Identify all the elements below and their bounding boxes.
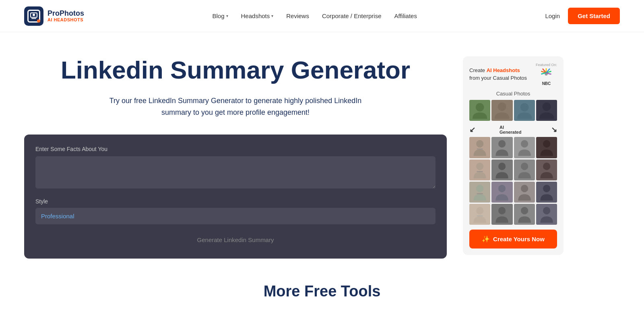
- logo-svg: [30, 12, 37, 20]
- ad-text-pre: Create: [469, 67, 487, 73]
- ad-header-text: Create AI Headshots from your Casual Pho…: [469, 67, 527, 81]
- svg-point-25: [498, 207, 506, 214]
- logo[interactable]: ProPhotos AI HEADSHOTS: [24, 6, 84, 26]
- casual-photo-1: [469, 100, 490, 121]
- logo-icon: [24, 6, 43, 26]
- ad-highlight: AI Headshots: [487, 67, 520, 73]
- header: ProPhotos AI HEADSHOTS Blog ▾ Headshots …: [0, 0, 644, 32]
- ai-photo-5: [469, 159, 490, 180]
- svg-rect-9: [477, 149, 483, 150]
- nav: Blog ▾ Headshots ▾ Reviews Corporate / E…: [213, 12, 417, 19]
- svg-point-8: [476, 140, 483, 147]
- nav-affiliates[interactable]: Affiliates: [394, 12, 417, 19]
- ai-person-16: [536, 204, 557, 225]
- casual-photos-grid: [469, 100, 557, 121]
- ai-person-13: [469, 204, 490, 225]
- svg-rect-14: [477, 171, 483, 172]
- svg-point-22: [543, 185, 550, 192]
- ai-person-11: [514, 182, 535, 203]
- nbc-logo: [539, 67, 553, 81]
- svg-point-27: [543, 207, 550, 214]
- ai-photo-4: [536, 137, 557, 158]
- right-sidebar: Create AI Headshots from your Casual Pho…: [463, 56, 564, 259]
- svg-point-23: [476, 207, 483, 214]
- style-input[interactable]: [35, 208, 436, 224]
- person-silhouette: [514, 100, 535, 121]
- ai-arrow-row: ↙ AI Generated ↘: [469, 125, 557, 135]
- ai-person-15: [514, 204, 535, 225]
- facts-label: Enter Some Facts About You: [35, 146, 436, 152]
- ai-person-1: [469, 137, 490, 158]
- ai-photo-9: [469, 182, 490, 203]
- ai-photo-13: [469, 204, 490, 225]
- svg-point-1: [33, 14, 35, 16]
- person-silhouette: [536, 100, 557, 121]
- ai-person-6: [491, 159, 512, 180]
- left-content: Linkedin Summary Generator Try our free …: [24, 56, 447, 259]
- ai-photo-15: [514, 204, 535, 225]
- page-title: Linkedin Summary Generator: [24, 56, 447, 84]
- wand-icon: ✨: [482, 235, 490, 243]
- ai-photo-7: [514, 159, 535, 180]
- nav-blog[interactable]: Blog ▾: [213, 12, 228, 19]
- svg-rect-2: [31, 18, 36, 19]
- svg-point-26: [520, 207, 528, 214]
- ai-photo-6: [491, 159, 512, 180]
- nav-headshots[interactable]: Headshots ▾: [241, 12, 274, 19]
- logo-text: ProPhotos AI HEADSHOTS: [47, 10, 84, 23]
- ad-header: Create AI Headshots from your Casual Pho…: [469, 63, 557, 86]
- svg-point-20: [498, 185, 506, 192]
- featured-label: Featured On:: [536, 63, 557, 67]
- ai-photos-grid: [469, 137, 557, 225]
- nav-reviews[interactable]: Reviews: [286, 12, 309, 19]
- casual-photo-3: [514, 100, 535, 121]
- svg-rect-24: [477, 215, 483, 217]
- ai-person-3: [514, 137, 535, 158]
- form-card: Enter Some Facts About You Style Generat…: [24, 135, 447, 259]
- ai-person-8: [536, 159, 557, 180]
- ai-photo-2: [491, 137, 512, 158]
- ai-person-10: [491, 182, 512, 203]
- chevron-down-icon: ▾: [226, 14, 228, 18]
- facts-textarea[interactable]: [35, 156, 436, 188]
- svg-point-12: [543, 140, 550, 147]
- svg-point-13: [476, 162, 483, 170]
- page-description: Try our free LinkedIn Summary Generator …: [24, 95, 447, 118]
- svg-rect-19: [477, 193, 483, 194]
- logo-name: ProPhotos: [47, 10, 84, 18]
- login-button[interactable]: Login: [545, 12, 560, 19]
- nbc-text: NBC: [542, 81, 551, 86]
- ai-person-14: [491, 204, 512, 225]
- casual-photos-label: Casual Photos: [469, 91, 557, 97]
- create-btn-label: Create Yours Now: [493, 236, 545, 242]
- get-started-button[interactable]: Get Started: [568, 8, 620, 24]
- ai-person-7: [514, 159, 535, 180]
- ai-person-4: [536, 137, 557, 158]
- style-label: Style: [35, 198, 436, 205]
- arrow-left: ↙: [469, 125, 475, 134]
- more-tools-section: More Free Tools: [0, 275, 644, 300]
- more-tools-title: More Free Tools: [24, 283, 620, 300]
- ai-photo-11: [514, 182, 535, 203]
- create-yours-button[interactable]: ✨ Create Yours Now: [469, 230, 557, 249]
- ai-photo-14: [491, 204, 512, 225]
- logo-dot: [37, 19, 40, 23]
- ai-photo-16: [536, 204, 557, 225]
- logo-sub: AI HEADSHOTS: [47, 17, 84, 22]
- ai-person-2: [491, 137, 512, 158]
- casual-photo-4: [536, 100, 557, 121]
- svg-point-16: [520, 162, 528, 170]
- nav-corporate[interactable]: Corporate / Enterprise: [322, 12, 382, 19]
- featured-badge: Featured On: NBC: [536, 63, 557, 86]
- arrow-right: ↘: [551, 125, 557, 134]
- svg-point-10: [498, 140, 506, 147]
- svg-point-5: [498, 103, 506, 111]
- main-content: Linkedin Summary Generator Try our free …: [0, 32, 644, 275]
- ai-photo-8: [536, 159, 557, 180]
- svg-point-17: [543, 162, 550, 170]
- ad-text-post: from your Casual Photos: [469, 75, 527, 81]
- person-silhouette: [491, 100, 512, 121]
- casual-photo-2: [491, 100, 512, 121]
- generate-button[interactable]: Generate Linkedin Summary: [35, 232, 436, 247]
- ai-photo-1: [469, 137, 490, 158]
